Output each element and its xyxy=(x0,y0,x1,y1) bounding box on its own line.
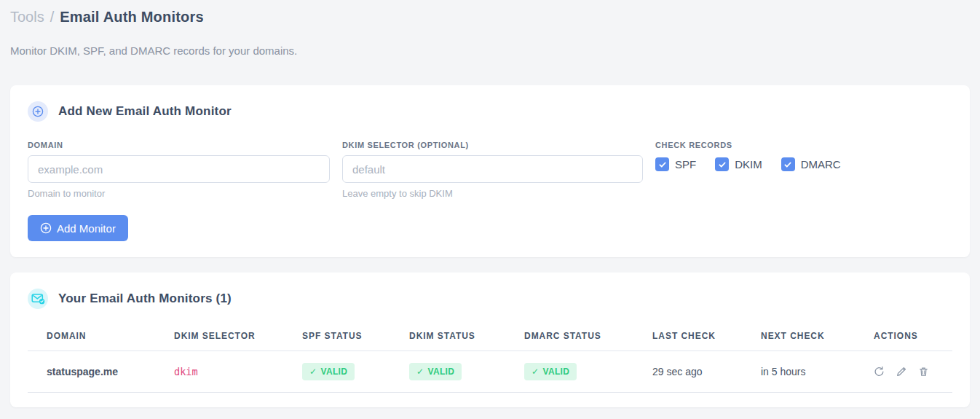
column-header-dkim-status: DKIM STATUS xyxy=(390,325,505,351)
plus-circle-icon xyxy=(28,101,48,122)
table-row: statuspage.me dkim ✓ VALID ✓ VALID xyxy=(28,351,952,393)
dmarc-checkbox[interactable]: DMARC xyxy=(781,157,841,171)
monitors-card: Your Email Auth Monitors (1) DOMAIN DKIM… xyxy=(10,273,970,407)
breadcrumb: Tools / Email Auth Monitors xyxy=(10,9,970,26)
refresh-icon xyxy=(874,366,885,377)
column-header-dmarc-status: DMARC STATUS xyxy=(505,325,633,351)
checkbox-checked-icon[interactable] xyxy=(715,157,729,171)
dmarc-checkbox-label: DMARC xyxy=(801,158,841,171)
page: Tools / Email Auth Monitors Monitor DKIM… xyxy=(0,0,980,407)
check-icon: ✓ xyxy=(309,367,317,377)
add-monitor-form: DOMAIN Domain to monitor DKIM SELECTOR (… xyxy=(28,141,952,199)
delete-button[interactable] xyxy=(918,366,929,377)
monitor-dkim-status: ✓ VALID xyxy=(390,351,505,393)
dkim-checkbox-label: DKIM xyxy=(735,158,762,171)
status-badge: ✓ VALID xyxy=(302,363,355,380)
dkim-selector-field: DKIM SELECTOR (OPTIONAL) Leave empty to … xyxy=(342,141,643,199)
check-records-group: CHECK RECORDS SPF DKIM xyxy=(655,141,952,171)
column-header-last-check: LAST CHECK xyxy=(633,325,742,351)
monitors-card-title: Your Email Auth Monitors (1) xyxy=(58,291,232,306)
add-monitor-card-title: Add New Email Auth Monitor xyxy=(58,104,232,119)
monitor-dmarc-status: ✓ VALID xyxy=(505,351,633,393)
column-header-dkim-selector: DKIM SELECTOR xyxy=(155,325,283,351)
monitors-card-header: Your Email Auth Monitors (1) xyxy=(28,289,952,309)
page-title: Email Auth Monitors xyxy=(60,9,204,26)
check-records-label: CHECK RECORDS xyxy=(655,141,952,149)
monitor-dkim-selector: dkim xyxy=(155,351,283,393)
envelope-check-icon xyxy=(28,289,48,309)
dmarc-status-text: VALID xyxy=(542,367,569,377)
status-badge: ✓ VALID xyxy=(409,363,462,380)
refresh-button[interactable] xyxy=(874,366,885,377)
checkbox-checked-icon[interactable] xyxy=(781,157,795,171)
dkim-selector-helper-text: Leave empty to skip DKIM xyxy=(342,188,643,199)
breadcrumb-tools-link[interactable]: Tools xyxy=(10,9,44,26)
plus-circle-icon xyxy=(40,222,52,234)
column-header-spf-status: SPF STATUS xyxy=(283,325,390,351)
column-header-domain: DOMAIN xyxy=(28,325,155,351)
check-records-options: SPF DKIM DMARC xyxy=(655,157,952,171)
check-icon: ✓ xyxy=(416,367,424,377)
pencil-icon xyxy=(896,366,907,377)
add-monitor-card-header: Add New Email Auth Monitor xyxy=(28,101,952,122)
monitor-spf-status: ✓ VALID xyxy=(283,351,390,393)
spf-checkbox-label: SPF xyxy=(675,158,696,171)
breadcrumb-separator: / xyxy=(50,9,55,26)
add-monitor-button-label: Add Monitor xyxy=(57,222,116,235)
monitors-table: DOMAIN DKIM SELECTOR SPF STATUS DKIM STA… xyxy=(28,325,952,393)
trash-icon xyxy=(918,366,929,377)
monitor-domain: statuspage.me xyxy=(28,351,155,393)
dkim-selector-input[interactable] xyxy=(342,155,643,183)
edit-button[interactable] xyxy=(896,366,907,377)
monitor-actions xyxy=(855,351,952,393)
domain-input[interactable] xyxy=(28,155,330,183)
dkim-selector-label: DKIM SELECTOR (OPTIONAL) xyxy=(342,141,643,149)
spf-status-text: VALID xyxy=(320,367,347,377)
dkim-selector-value: dkim xyxy=(174,366,198,377)
check-icon: ✓ xyxy=(532,367,539,377)
dkim-status-text: VALID xyxy=(427,367,454,377)
spf-checkbox[interactable]: SPF xyxy=(655,157,696,171)
add-monitor-button[interactable]: Add Monitor xyxy=(28,215,128,241)
domain-helper-text: Domain to monitor xyxy=(28,188,330,199)
status-badge: ✓ VALID xyxy=(524,363,577,380)
column-header-next-check: NEXT CHECK xyxy=(742,325,855,351)
column-header-actions: ACTIONS xyxy=(855,325,952,351)
table-header-row: DOMAIN DKIM SELECTOR SPF STATUS DKIM STA… xyxy=(28,325,952,351)
domain-label: DOMAIN xyxy=(28,141,330,149)
page-subtitle: Monitor DKIM, SPF, and DMARC records for… xyxy=(10,44,970,57)
add-monitor-card: Add New Email Auth Monitor DOMAIN Domain… xyxy=(10,85,970,257)
checkbox-checked-icon[interactable] xyxy=(655,157,669,171)
domain-field: DOMAIN Domain to monitor xyxy=(28,141,330,199)
monitor-next-check: in 5 hours xyxy=(742,351,855,393)
dkim-checkbox[interactable]: DKIM xyxy=(715,157,762,171)
monitor-last-check: 29 sec ago xyxy=(633,351,742,393)
